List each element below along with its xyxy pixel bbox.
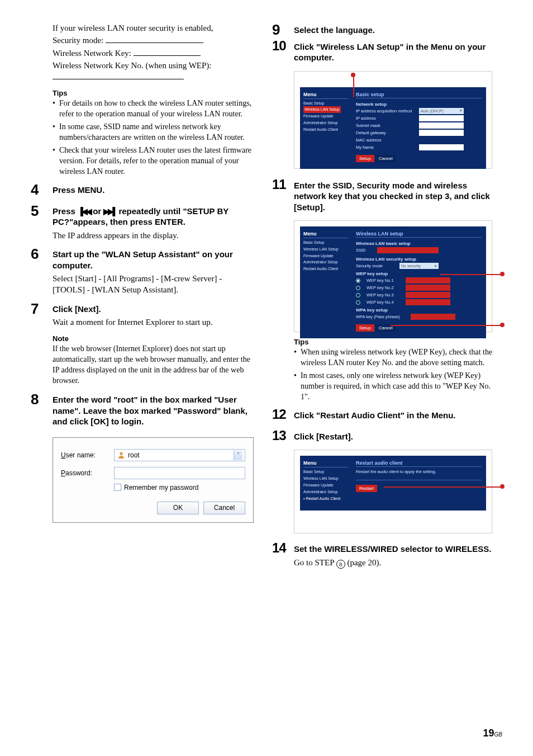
security-select[interactable]: No security▾ (399, 263, 439, 269)
circled-number-icon: 8 (336, 560, 345, 569)
step-number: 14 (272, 541, 294, 555)
field-label: WEP key No.3 (367, 292, 401, 297)
ok-button[interactable]: OK (157, 502, 199, 514)
menu-item[interactable]: Basic Setup (303, 100, 348, 107)
intro-text: If your wireless LAN router security is … (53, 22, 254, 34)
callout-dot (500, 323, 505, 327)
username-field[interactable]: root ˅ (114, 449, 245, 461)
wep-radio[interactable] (356, 278, 360, 283)
step-4: 4 Press MENU. (31, 182, 254, 198)
callout-line (391, 325, 502, 326)
step-title: Start up the "WLAN Setup Assistant" on y… (53, 249, 254, 271)
menu-header: Menu (303, 231, 348, 238)
menu-item[interactable]: Basic Setup (303, 239, 348, 246)
restart-desc: Restart the audio client to apply the se… (356, 469, 482, 474)
tip-item: When using wireless network key (WEP Key… (294, 347, 496, 368)
field-label: IP address (356, 116, 415, 121)
tip-item: For details on how to check the wireless… (53, 98, 254, 120)
step-12: 12 Click "Restart Audio Client" in the M… (272, 408, 496, 423)
step-5: 5 Press ▐◀◀ or ▶▶▌ repeatedly until "SET… (31, 204, 254, 241)
field-label: SSID (356, 248, 373, 253)
menu-item[interactable]: Wireless LAN Setup (303, 475, 348, 482)
step-number: 11 (272, 178, 294, 191)
menu-item[interactable]: Administrator Setup (303, 259, 348, 266)
menu-item-active[interactable]: Wireless LAN Setup (303, 106, 341, 113)
ip-address-field[interactable] (419, 115, 464, 121)
step-number: 7 (31, 301, 53, 316)
step-desc: Select [Start] - [All Programs] - [M-cre… (53, 273, 254, 296)
tips-heading: Tips (294, 338, 496, 346)
step-number: 8 (31, 392, 53, 407)
step-6: 6 Start up the "WLAN Setup Assistant" on… (31, 247, 254, 296)
wpa-key-field[interactable] (411, 314, 455, 320)
menu-item[interactable]: Basic Setup (303, 469, 348, 475)
wep-radio[interactable] (356, 300, 360, 305)
note-text: If the web browser (Internet Explorer) d… (53, 344, 254, 386)
mac-field (419, 137, 464, 143)
wep-radio[interactable] (356, 286, 360, 290)
cancel-button[interactable]: Cancel (375, 155, 396, 162)
step-13: 13 Click [Restart]. (272, 429, 496, 445)
remember-checkbox[interactable] (114, 484, 121, 491)
pane-header: Basic setup (356, 92, 482, 98)
ssid-field[interactable] (377, 247, 439, 253)
blank-line (53, 71, 184, 79)
callout-dot (500, 272, 505, 276)
subnet-field[interactable] (419, 122, 464, 129)
step-title: Press ▐◀◀ or ▶▶▌ repeatedly until "SETUP… (53, 206, 254, 228)
step-number: 4 (31, 182, 53, 197)
username-value: root (128, 451, 140, 459)
password-label: Password: (61, 469, 114, 477)
field-label: WEP key No.4 (367, 300, 401, 305)
network-key-no-label: Wireless Network Key No. (when using WEP… (53, 61, 211, 70)
restart-button[interactable]: Restart (356, 485, 377, 492)
field-label: WEP key No.2 (367, 285, 401, 290)
menu-item[interactable]: Firmware Update (303, 482, 348, 489)
username-label: User name: (61, 451, 114, 459)
note-heading: Note (53, 334, 254, 343)
password-field[interactable] (114, 467, 245, 479)
wep-key-field[interactable] (406, 277, 450, 284)
network-key-label: Wireless Network Key: (53, 49, 131, 58)
dropdown-icon[interactable]: ˅ (234, 450, 242, 460)
ip-method-select[interactable]: Auto (DHCP)▾ (419, 108, 464, 114)
wep-key-field[interactable] (406, 292, 450, 298)
menu-item[interactable]: Administrator Setup (303, 489, 348, 495)
menu-item[interactable]: Restart Audio Client (303, 266, 348, 272)
restart-screenshot: Menu Basic Setup Wireless LAN Setup Firm… (294, 450, 492, 533)
step-number: 5 (31, 204, 53, 218)
callout-line (384, 486, 502, 488)
setup-button[interactable]: Setup (356, 155, 374, 162)
menu-item[interactable]: • Restart Audio Client (303, 495, 348, 502)
myname-field[interactable] (419, 144, 464, 150)
wep-key-field[interactable] (406, 299, 450, 305)
wep-radio[interactable] (356, 293, 360, 297)
menu-header: Menu (303, 92, 348, 99)
step-title: Set the WIRELESS/WIRED selector to WIREL… (294, 544, 496, 555)
field-label: WEP key No.1 (367, 278, 401, 283)
step-number: 13 (272, 429, 294, 442)
menu-item[interactable]: Administrator Setup (303, 120, 348, 126)
step-number: 10 (272, 39, 294, 53)
section-header: WPA key setup (356, 308, 482, 313)
menu-item[interactable]: Wireless LAN Setup (303, 246, 348, 253)
menu-item[interactable]: Restart Audio Client (303, 126, 348, 133)
step-title: Click "Wireless LAN Setup" in the Menu o… (294, 41, 496, 63)
next-track-icon: ▶▶▌ (103, 207, 116, 216)
step-number: 9 (272, 22, 294, 37)
menu-item[interactable]: Firmware Update (303, 113, 348, 120)
callout-line (353, 75, 354, 97)
setup-button[interactable]: Setup (356, 324, 374, 332)
security-mode-label: Security mode: (53, 36, 103, 45)
step-desc: Go to STEP 8 (page 20). (294, 557, 496, 569)
blank-line (106, 35, 203, 43)
svg-point-0 (120, 452, 122, 455)
user-icon (117, 451, 126, 460)
section-header: Network setup (356, 102, 482, 107)
cancel-button[interactable]: Cancel (203, 502, 245, 514)
menu-item[interactable]: Firmware Update (303, 253, 348, 259)
pane-header: Restart audio client (356, 460, 482, 467)
step-title-part: Press (53, 206, 78, 216)
gateway-field[interactable] (419, 130, 464, 136)
wep-key-field[interactable] (406, 285, 450, 291)
